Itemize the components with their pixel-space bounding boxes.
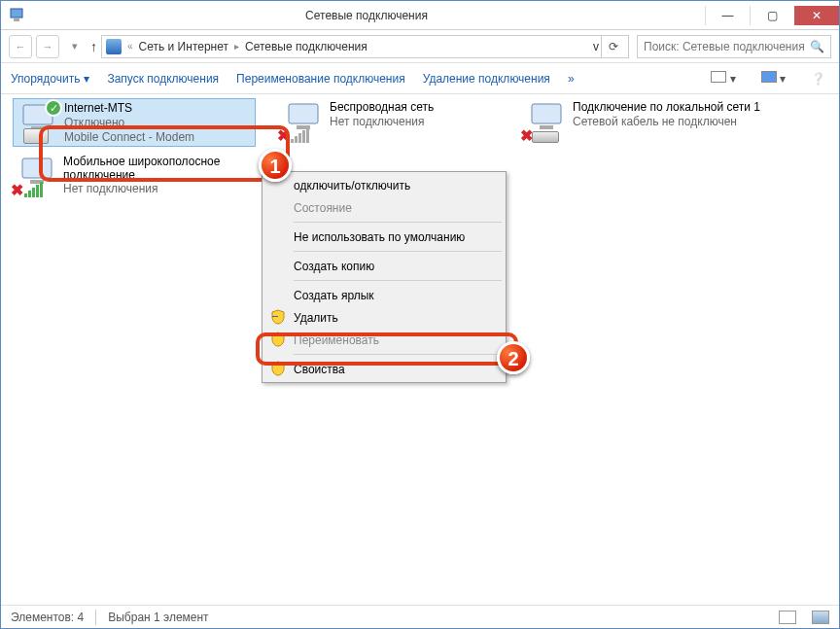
connection-wireless[interactable]: ✖ Беспроводная сеть Нет подключения bbox=[279, 98, 522, 147]
connection-name: Мобильное широкополосное подключение bbox=[63, 155, 252, 182]
maximize-button[interactable]: ▢ bbox=[750, 6, 794, 25]
annotation-callout-2: 2 bbox=[497, 341, 530, 374]
x-icon: ✖ bbox=[277, 126, 290, 145]
connection-status: Нет подключения bbox=[330, 115, 434, 129]
svg-rect-6 bbox=[532, 104, 561, 123]
breadcrumb-dropdown[interactable]: v bbox=[593, 40, 599, 53]
svg-rect-7 bbox=[540, 125, 553, 129]
titlebar: Сетевые подключения — ▢ ✕ bbox=[1, 1, 839, 30]
item-count: Элементов: 4 bbox=[11, 611, 84, 624]
shield-icon bbox=[270, 309, 286, 325]
breadcrumb-seg-2[interactable]: Сетевые подключения bbox=[245, 40, 368, 53]
svg-rect-0 bbox=[11, 9, 22, 17]
connection-status: Сетевой кабель не подключен bbox=[573, 115, 760, 129]
tiles-view-button[interactable] bbox=[812, 611, 829, 624]
cm-delete[interactable]: Удалить bbox=[264, 306, 504, 329]
shield-icon bbox=[270, 332, 286, 347]
view-options-button[interactable]: ▾ bbox=[707, 71, 739, 86]
back-button[interactable]: ← bbox=[9, 35, 32, 58]
connection-name: Internet-MTS bbox=[64, 101, 194, 116]
connection-name: Беспроводная сеть bbox=[330, 100, 434, 115]
breadcrumb-seg-1[interactable]: Сеть и Интернет bbox=[139, 40, 228, 53]
app-icon bbox=[9, 6, 28, 25]
svg-rect-10 bbox=[272, 316, 278, 317]
location-icon bbox=[106, 39, 122, 54]
rename-connection-button[interactable]: Переименование подключения bbox=[236, 72, 405, 86]
cm-connect[interactable]: одключить/отключить bbox=[264, 174, 504, 196]
cm-not-default[interactable]: Не использовать по умолчанию bbox=[264, 226, 504, 248]
cm-copy[interactable]: Создать копию bbox=[264, 255, 504, 277]
recent-dropdown[interactable]: ▾ bbox=[63, 35, 87, 58]
toolbar: Упорядочить▾ Запуск подключения Переимен… bbox=[1, 63, 839, 94]
organize-menu[interactable]: Упорядочить▾ bbox=[11, 72, 89, 86]
x-icon: ✖ bbox=[11, 181, 23, 199]
separator bbox=[294, 222, 502, 223]
chevron-down-icon: ▾ bbox=[84, 72, 89, 86]
cm-state: Состояние bbox=[264, 196, 504, 219]
separator bbox=[294, 280, 502, 281]
window-controls: — ▢ ✕ bbox=[705, 6, 839, 25]
connection-device: Mobile Connect - Modem bbox=[64, 130, 194, 145]
svg-rect-8 bbox=[22, 158, 52, 178]
connection-lan[interactable]: ✖ Подключение по локальной сети 1 Сетево… bbox=[522, 98, 785, 147]
start-connection-button[interactable]: Запуск подключения bbox=[107, 72, 219, 86]
delete-connection-button[interactable]: Удаление подключения bbox=[423, 72, 550, 86]
help-button[interactable]: ❔ bbox=[807, 72, 829, 86]
chevron-icon: ▸ bbox=[230, 41, 243, 52]
cable-icon bbox=[532, 131, 559, 143]
search-placeholder: Поиск: Сетевые подключения bbox=[644, 40, 805, 53]
connection-icon: ✖ bbox=[17, 155, 59, 197]
minimize-button[interactable]: — bbox=[705, 6, 750, 25]
cm-properties[interactable]: Свойства bbox=[264, 358, 504, 380]
check-icon: ✓ bbox=[45, 99, 62, 117]
connection-icon: ✖ bbox=[283, 100, 326, 143]
connection-icon: ✖ bbox=[526, 100, 569, 143]
separator bbox=[294, 251, 502, 252]
breadcrumb[interactable]: « Сеть и Интернет ▸ Сетевые подключения … bbox=[101, 35, 629, 58]
connection-mobile-broadband[interactable]: ✖ Мобильное широкополосное подключение Н… bbox=[13, 153, 256, 201]
cm-shortcut[interactable]: Создать ярлык bbox=[264, 284, 504, 306]
forward-button[interactable]: → bbox=[36, 35, 59, 58]
refresh-button[interactable]: ⟳ bbox=[601, 35, 624, 58]
context-menu: одключить/отключить Состояние Не использ… bbox=[262, 171, 507, 383]
chevron-icon: « bbox=[123, 41, 137, 52]
modem-icon bbox=[23, 128, 49, 144]
signal-icon bbox=[24, 182, 43, 197]
connection-name: Подключение по локальной сети 1 bbox=[573, 100, 760, 115]
search-input[interactable]: Поиск: Сетевые подключения 🔍 bbox=[637, 35, 831, 58]
toolbar-overflow[interactable]: » bbox=[568, 72, 575, 86]
close-button[interactable]: ✕ bbox=[794, 6, 839, 25]
svg-rect-4 bbox=[289, 104, 318, 123]
annotation-callout-1: 1 bbox=[259, 149, 292, 182]
connection-internet-mts[interactable]: ✓ Internet-MTS Отключено Mobile Connect … bbox=[13, 98, 256, 147]
details-view-button[interactable] bbox=[779, 611, 796, 624]
up-button[interactable]: ↑ bbox=[90, 39, 97, 54]
network-connections-window: Сетевые подключения — ▢ ✕ ← → ▾ ↑ « Сеть… bbox=[0, 0, 840, 629]
signal-icon bbox=[291, 127, 309, 143]
connection-status: Нет подключения bbox=[63, 182, 252, 196]
search-icon: 🔍 bbox=[810, 40, 824, 53]
preview-pane-button[interactable]: ▾ bbox=[757, 71, 789, 86]
connection-status: Отключено bbox=[64, 116, 194, 130]
status-bar: Элементов: 4 Выбран 1 элемент bbox=[1, 605, 839, 628]
shield-icon bbox=[270, 361, 286, 376]
separator bbox=[95, 610, 96, 625]
separator bbox=[294, 354, 502, 355]
svg-rect-1 bbox=[14, 18, 19, 21]
cm-rename: Переименовать bbox=[264, 329, 504, 351]
window-title: Сетевые подключения bbox=[28, 9, 705, 22]
connection-icon: ✓ bbox=[18, 101, 60, 144]
selection-count: Выбран 1 элемент bbox=[108, 611, 208, 624]
nav-bar: ← → ▾ ↑ « Сеть и Интернет ▸ Сетевые подк… bbox=[1, 30, 839, 63]
